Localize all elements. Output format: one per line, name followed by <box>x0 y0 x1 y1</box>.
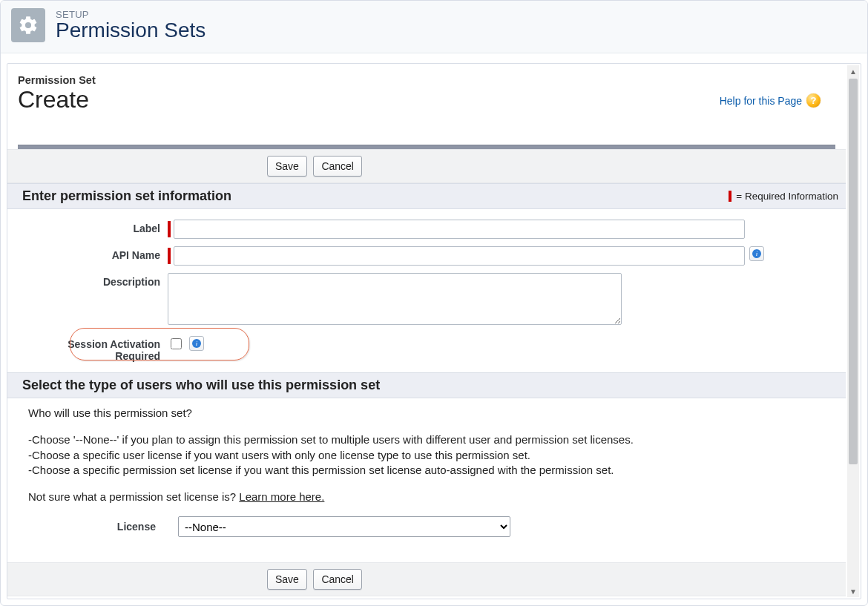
section2-bullets: Choose '--None--' if you plan to assign … <box>28 432 835 478</box>
section2-header: Select the type of users who will use th… <box>7 372 846 398</box>
label-field-label: Label <box>15 220 168 234</box>
divider-bar <box>18 145 835 149</box>
required-legend: = Required Information <box>729 191 838 202</box>
scroll-up-icon[interactable]: ▲ <box>847 65 859 77</box>
license-label: License <box>28 520 178 534</box>
required-legend-text: = Required Information <box>736 191 838 202</box>
learn-more-link[interactable]: Learn more here. <box>239 490 324 503</box>
scrollbar[interactable]: ▲ ▼ <box>847 65 859 597</box>
section1-form: Label API Name i Description <box>7 209 846 372</box>
section1-title: Enter permission set information <box>22 188 231 204</box>
header-texts: SETUP Permission Sets <box>56 9 206 42</box>
session-activation-checkbox[interactable] <box>171 338 182 349</box>
section1-header: Enter permission set information = Requi… <box>7 183 846 209</box>
session-activation-label: Session Activation Required <box>15 335 168 362</box>
scroll-down-icon[interactable]: ▼ <box>847 585 859 597</box>
required-bar-icon <box>729 191 731 202</box>
entity-action-label: Create <box>18 86 835 113</box>
session-activation-info-button[interactable]: i <box>189 336 204 351</box>
cancel-button[interactable]: Cancel <box>313 156 362 177</box>
help-icon[interactable]: ? <box>806 93 821 108</box>
button-row-top: Save Cancel <box>7 149 846 183</box>
cancel-button-bottom[interactable]: Cancel <box>313 569 362 590</box>
api-name-info-button[interactable]: i <box>749 246 764 261</box>
license-select[interactable]: --None-- <box>178 516 510 537</box>
description-field-label: Description <box>15 273 168 288</box>
api-name-input[interactable] <box>174 246 745 266</box>
required-indicator <box>168 221 171 237</box>
page-title: Permission Sets <box>56 19 206 42</box>
page-header: SETUP Permission Sets <box>1 1 867 53</box>
api-name-field-label: API Name <box>15 246 168 261</box>
section2-body: Who will use this permission set? Choose… <box>7 398 846 544</box>
required-indicator <box>168 248 171 264</box>
save-button-bottom[interactable]: Save <box>267 569 307 590</box>
section2-bullet: Choose a specific permission set license… <box>28 463 835 478</box>
description-textarea[interactable] <box>168 273 622 325</box>
help-link[interactable]: Help for this Page <box>720 95 802 107</box>
section2-bullet: Choose '--None--' if you plan to assign … <box>28 432 835 447</box>
section2-bullet: Choose a specific user license if you wa… <box>28 448 835 463</box>
gear-icon <box>11 8 45 42</box>
entity-object-label: Permission Set <box>18 74 835 86</box>
button-row-bottom: Save Cancel <box>7 562 846 596</box>
section2-question: Who will use this permission set? <box>28 406 835 421</box>
learn-more-line: Not sure what a permission set license i… <box>28 490 835 504</box>
scrollbar-thumb[interactable] <box>849 79 858 464</box>
label-input[interactable] <box>174 220 745 239</box>
save-button[interactable]: Save <box>267 156 307 177</box>
help-link-container: Help for this Page ? <box>720 93 821 108</box>
section2-title: Select the type of users who will use th… <box>22 378 380 393</box>
